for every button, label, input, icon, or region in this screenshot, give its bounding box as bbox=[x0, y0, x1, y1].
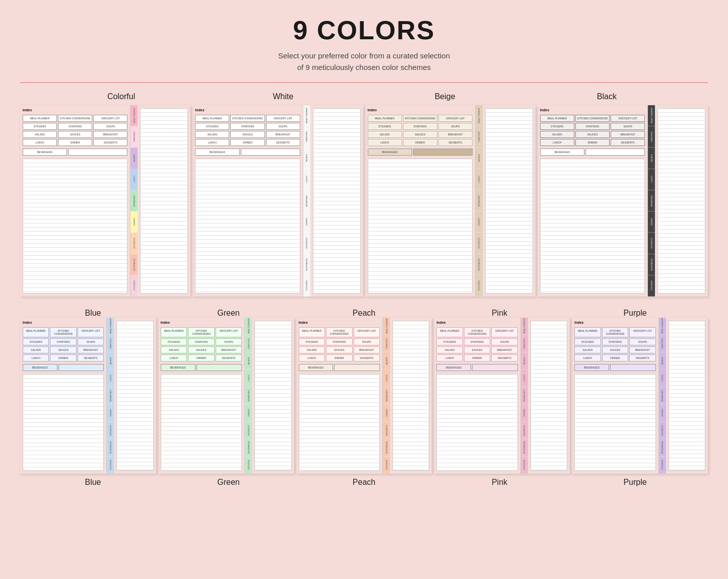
btn-di-green: DINNER bbox=[188, 354, 214, 361]
btn-sauces: SAUCES bbox=[58, 131, 92, 138]
tab-bl-7: DESSERTS bbox=[648, 233, 655, 254]
tab-green-9: STICKERS bbox=[245, 457, 252, 474]
planner-pink: Index MEAL PLANNER KITCHEN CONVERSIONS G… bbox=[434, 318, 570, 474]
tab-cell-6: DINNER bbox=[130, 211, 138, 233]
btn-bev-wide-pink bbox=[472, 364, 518, 371]
btn-br-b: BREAKFAST bbox=[438, 131, 473, 138]
tab-strip-pink: MEAL PLANNER STARTERS SALADS LUNCH BREAK… bbox=[521, 318, 528, 474]
index-header-bl: Index bbox=[540, 108, 645, 112]
right-lined-blue bbox=[116, 321, 153, 471]
btn-sa-peach: SALADS bbox=[299, 346, 325, 353]
btn-di-b: DINNER bbox=[403, 139, 437, 146]
btn-bev-b: BEVERAGES bbox=[368, 149, 412, 156]
tab-purple-5: BREAKFAST bbox=[659, 387, 666, 404]
btn-de-pink: DESSERTS bbox=[491, 354, 517, 361]
tab-b-3: SALADS bbox=[476, 148, 483, 169]
btn-mp-blue: MEAL PLANNER bbox=[23, 327, 49, 337]
right-lined-area bbox=[140, 108, 188, 294]
tab-w-1: MEAL PLANNER bbox=[303, 105, 310, 126]
btn-kc-green: KITCHEN CONVERSIONS bbox=[188, 327, 214, 337]
tab-pink-8: BEVERAGES bbox=[521, 439, 528, 456]
tab-w-5: BREAKFAST bbox=[303, 190, 310, 211]
btn-sta-b: STARTERS bbox=[403, 123, 437, 130]
btn-bev-pink: BEVERAGES bbox=[436, 364, 471, 371]
book-right-beige bbox=[483, 105, 536, 297]
tab-blue-2: STARTERS bbox=[107, 335, 114, 352]
label-peach: Peach bbox=[296, 309, 432, 318]
btn-grid-b: MEAL PLANNER KITCHEN CONVERSIONS GROCERY… bbox=[368, 115, 473, 146]
tab-w-4: LUNCH bbox=[303, 169, 310, 190]
tab-b-7: DESSERTS bbox=[476, 233, 483, 254]
btn-bev-wide-blue bbox=[58, 364, 104, 371]
tab-b-4: LUNCH bbox=[476, 169, 483, 190]
tab-peach-1: MEAL PLANNER bbox=[383, 318, 390, 335]
tab-purple-7: DESSERTS bbox=[659, 422, 666, 439]
book-left-green: Index MEAL PLANNER KITCHEN CONVERSIONS G… bbox=[158, 318, 245, 474]
tab-cell-2: STARTERS bbox=[130, 126, 138, 148]
btn-mp-b: MEAL PLANNER bbox=[368, 115, 402, 122]
btn-sau-purple: SAUCES bbox=[602, 346, 628, 353]
top-planners-row: Index MEAL PLANNER KITCHEN CONVERSIONS G… bbox=[20, 105, 708, 297]
index-header-blue: Index bbox=[23, 321, 104, 324]
tab-bl-3: SALADS bbox=[648, 148, 655, 169]
planner-green: Index MEAL PLANNER KITCHEN CONVERSIONS G… bbox=[158, 318, 294, 474]
beverages-row-bl: BEVERAGES bbox=[540, 149, 645, 156]
right-lined-bl bbox=[657, 108, 705, 294]
btn-de-peach: DESSERTS bbox=[354, 354, 380, 361]
btn-bev-purple: BEVERAGES bbox=[574, 364, 609, 371]
tab-pink-3: SALADS bbox=[521, 352, 528, 370]
label-blue: Blue bbox=[25, 309, 161, 318]
btn-sau-w: SAUCES bbox=[230, 131, 264, 138]
tab-w-6: DINNER bbox=[303, 211, 310, 233]
btn-sa-green: SALADS bbox=[161, 346, 187, 353]
btn-lu-b: LUNCH bbox=[368, 139, 402, 146]
btn-gl-blue: GROCERY LIST bbox=[78, 327, 104, 337]
btn-sau-blue: SAUCES bbox=[50, 346, 76, 353]
tab-strip-white: MEAL PLANNER STARTERS SALADS LUNCH BREAK… bbox=[303, 105, 310, 297]
btn-de-w: DESSERTS bbox=[266, 139, 300, 146]
label-purple: Purple bbox=[567, 309, 703, 318]
index-header: Index bbox=[23, 108, 127, 112]
btn-lunch: LUNCH bbox=[23, 139, 57, 146]
label-beige: Beige bbox=[364, 92, 526, 101]
btn-st-blue: STICKERS bbox=[23, 338, 49, 345]
tab-w-2: STARTERS bbox=[303, 126, 310, 148]
btn-sta-bl: STARTERS bbox=[575, 123, 610, 130]
tab-green-5: BREAKFAST bbox=[245, 387, 252, 404]
btn-bev-blue: BEVERAGES bbox=[23, 364, 57, 371]
btn-so-blue: SOUPS bbox=[78, 338, 104, 345]
btn-bev-wide-w bbox=[241, 149, 300, 156]
tab-b-9: STICKERS bbox=[476, 275, 483, 297]
btn-gl-bl: GROCERY LIST bbox=[611, 115, 645, 122]
btn-br-green: BREAKFAST bbox=[216, 346, 242, 353]
tab-green-1: MEAL PLANNER bbox=[245, 318, 252, 335]
btn-desserts: DESSERTS bbox=[93, 139, 127, 146]
book-left-white: Index MEAL PLANNER KITCHEN CONVERSIONS G… bbox=[192, 105, 303, 297]
planner-purple: Index MEAL PLANNER KITCHEN CONVERSIONS G… bbox=[572, 318, 708, 474]
btn-sa-w: SALADS bbox=[195, 131, 229, 138]
btn-st-peach: STICKERS bbox=[299, 338, 325, 345]
btn-br-purple: BREAKFAST bbox=[629, 346, 655, 353]
btn-so-w: SOUPS bbox=[266, 123, 300, 130]
tab-strip-blue: MEAL PLANNER STARTERS SALADS LUNCH BREAK… bbox=[107, 318, 114, 474]
btn-lu-w: LUNCH bbox=[195, 139, 229, 146]
divider bbox=[20, 82, 708, 83]
beverages-row-green: BEVERAGES bbox=[161, 364, 242, 371]
bottom-label-peach: Peach bbox=[296, 478, 432, 487]
btn-di-peach: DINNER bbox=[326, 354, 352, 361]
btn-stickers: STICKERS bbox=[23, 123, 57, 130]
btn-bev-wide-peach bbox=[334, 364, 380, 371]
right-lined-b bbox=[485, 108, 533, 294]
tab-green-6: DINNER bbox=[245, 404, 252, 421]
label-colorful: Colorful bbox=[40, 92, 202, 101]
btn-de-blue: DESSERTS bbox=[78, 354, 104, 361]
btn-bev-wide-b bbox=[413, 149, 473, 156]
btn-st-b: STICKERS bbox=[368, 123, 402, 130]
btn-di-blue: DINNER bbox=[50, 354, 76, 361]
book-left-blue: Index MEAL PLANNER KITCHEN CONVERSIONS G… bbox=[20, 318, 107, 474]
tab-purple-9: STICKERS bbox=[659, 457, 666, 474]
btn-lu-peach: LUNCH bbox=[299, 354, 325, 361]
btn-di-bl: DINNER bbox=[575, 139, 610, 146]
tab-purple-1: MEAL PLANNER bbox=[659, 318, 666, 335]
tab-cell-8: BEVERAGES bbox=[130, 254, 138, 275]
